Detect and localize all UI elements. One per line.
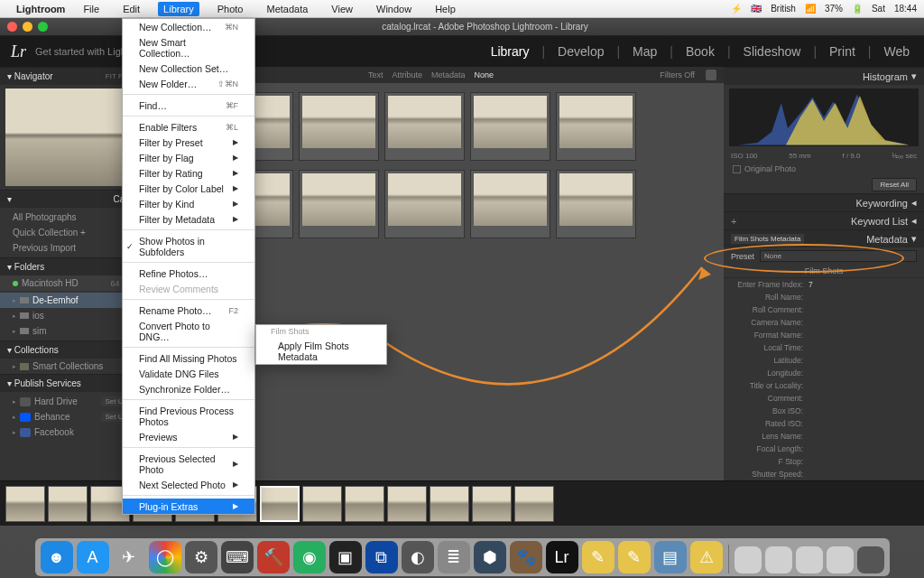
dock-app-icon[interactable]: ▤: [654, 541, 687, 573]
menu-item[interactable]: Previous Selected Photo▶: [123, 451, 254, 477]
thumbnail-cell[interactable]: [384, 170, 465, 238]
menu-item[interactable]: Convert Photo to DNG…: [123, 318, 254, 344]
menu-item[interactable]: Filter by Color Label▶: [123, 181, 254, 196]
thumbnail-cell[interactable]: [470, 170, 550, 238]
filmstrip-thumb[interactable]: [345, 486, 384, 522]
thumbnail-cell[interactable]: [384, 92, 465, 161]
dock-app-icon[interactable]: ⧉: [365, 541, 398, 573]
dock-app-icon[interactable]: ✎: [582, 541, 614, 573]
menu-item[interactable]: Previews▶: [123, 429, 254, 444]
filter-tab-text[interactable]: Text: [368, 70, 383, 79]
metadata-field[interactable]: Box ISO:: [724, 405, 924, 417]
filter-tab-attribute[interactable]: Attribute: [393, 70, 423, 79]
dock-app-icon[interactable]: ≣: [438, 541, 470, 573]
thumbnail-cell[interactable]: [556, 170, 636, 238]
dock-minimized-window[interactable]: [735, 546, 762, 573]
menu-item[interactable]: Next Selected Photo▶: [123, 477, 254, 492]
menu-item[interactable]: Filter by Preset▶: [123, 135, 254, 150]
filmstrip-thumb[interactable]: [48, 486, 88, 522]
menu-item[interactable]: Filter by Flag▶: [123, 150, 254, 165]
thumbnail-cell[interactable]: [299, 170, 379, 238]
menu-item[interactable]: Rename Photo…F2: [123, 303, 254, 318]
filmstrip-thumb[interactable]: [5, 486, 45, 522]
metadata-field[interactable]: Shutter Speed:: [724, 468, 924, 480]
histogram-display[interactable]: [729, 89, 919, 146]
filter-tab-none[interactable]: None: [475, 70, 494, 79]
filmstrip-thumb[interactable]: [514, 486, 554, 522]
dock-app-icon[interactable]: ⌨: [221, 541, 254, 573]
dock-minimized-window[interactable]: [765, 546, 792, 573]
module-tab-print[interactable]: Print: [826, 44, 859, 59]
minimize-window-button[interactable]: [23, 22, 32, 32]
menu-item[interactable]: Filter by Metadata▶: [123, 211, 254, 227]
library-menu-dropdown[interactable]: New Collection…⌘NNew Smart Collection…Ne…: [122, 18, 255, 515]
metadata-field[interactable]: Roll Comment:: [724, 303, 924, 316]
dock-app-icon[interactable]: ◯: [149, 541, 181, 573]
metadata-field[interactable]: F Stop:: [724, 455, 924, 468]
metadata-field[interactable]: Focal Length:: [724, 443, 924, 455]
module-tab-book[interactable]: Book: [682, 44, 718, 59]
dock-app-icon[interactable]: ⚠: [690, 541, 723, 573]
dock-app-icon[interactable]: Lr: [546, 541, 578, 573]
filmstrip-thumb[interactable]: [260, 486, 300, 522]
dock-app-icon[interactable]: ◐: [402, 541, 434, 573]
metadata-field[interactable]: Rated ISO:: [724, 417, 924, 430]
reset-all-button[interactable]: Reset All: [872, 178, 917, 191]
dock-minimized-window[interactable]: [796, 546, 823, 573]
dock-app-icon[interactable]: ▣: [329, 541, 362, 573]
module-tab-map[interactable]: Map: [629, 44, 661, 59]
metadata-field[interactable]: Camera Name:: [724, 316, 924, 329]
menu-edit[interactable]: Edit: [117, 2, 145, 16]
menu-item[interactable]: ✓Show Photos in Subfolders: [123, 233, 254, 259]
filter-lock-icon[interactable]: [706, 70, 716, 80]
dock-app-icon[interactable]: ☻: [41, 541, 73, 573]
thumbnail-cell[interactable]: [556, 92, 636, 161]
dock-minimized-window[interactable]: [857, 546, 884, 573]
module-tab-slideshow[interactable]: Slideshow: [740, 44, 805, 59]
filmstrip-thumb[interactable]: [387, 486, 427, 522]
keywording-panel-header[interactable]: Keywording ◂: [724, 193, 924, 211]
dock-app-icon[interactable]: A: [77, 541, 109, 573]
apply-film-shots-metadata-item[interactable]: Apply Film Shots Metadata: [256, 338, 386, 364]
dock-minimized-window[interactable]: [827, 546, 854, 573]
menu-help[interactable]: Help: [430, 2, 461, 16]
metadata-preset-select[interactable]: None: [760, 250, 917, 262]
metadata-field[interactable]: Roll Name:: [724, 291, 924, 303]
menu-item[interactable]: Find Previous Process Photos: [123, 403, 254, 429]
metadata-field[interactable]: Local Time:: [724, 341, 924, 354]
menu-item[interactable]: Validate DNG Files: [123, 366, 254, 381]
module-tab-develop[interactable]: Develop: [554, 44, 607, 59]
filmstrip-thumb[interactable]: [472, 486, 512, 522]
module-tab-library[interactable]: Library: [487, 44, 533, 59]
histogram-panel-header[interactable]: Histogram ▾: [724, 67, 924, 85]
menu-file[interactable]: File: [78, 2, 105, 16]
metadata-field[interactable]: Enter Frame Index:7: [724, 278, 924, 291]
dock-app-icon[interactable]: ✈: [113, 541, 145, 573]
dock-app-icon[interactable]: ⬢: [474, 541, 506, 573]
menu-item[interactable]: Refine Photos…: [123, 266, 254, 281]
metadata-field[interactable]: Title or Locality:: [724, 379, 924, 392]
menu-item[interactable]: Synchronize Folder…: [123, 381, 254, 396]
menu-library[interactable]: Library: [158, 2, 199, 16]
zoom-window-button[interactable]: [38, 22, 48, 32]
filmstrip-thumb[interactable]: [430, 486, 469, 522]
metadata-field[interactable]: Longitude:: [724, 367, 924, 379]
keyword-list-panel-header[interactable]: +Keyword List ◂: [724, 211, 924, 229]
metadata-field[interactable]: Latitude:: [724, 354, 924, 367]
metadata-set-dropdown[interactable]: Film Shots Metadata: [731, 234, 804, 244]
menu-item[interactable]: New Collection…⌘N: [123, 19, 254, 34]
menu-metadata[interactable]: Metadata: [261, 2, 313, 16]
thumbnail-cell[interactable]: [470, 92, 550, 161]
menu-item[interactable]: Filter by Rating▶: [123, 165, 254, 181]
filmstrip-thumb[interactable]: [302, 486, 342, 522]
menu-item[interactable]: Enable Filters⌘L: [123, 119, 254, 135]
menu-item[interactable]: Plug-in Extras▶: [123, 499, 254, 514]
menu-item[interactable]: New Smart Collection…: [123, 34, 254, 61]
module-tab-web[interactable]: Web: [880, 44, 913, 59]
menu-item[interactable]: Filter by Kind▶: [123, 196, 254, 211]
dock-app-icon[interactable]: ✎: [618, 541, 651, 573]
original-photo-checkbox[interactable]: Original Photo: [724, 162, 924, 176]
menu-item[interactable]: Find All Missing Photos: [123, 350, 254, 366]
metadata-field[interactable]: Format Name:: [724, 329, 924, 341]
close-window-button[interactable]: [7, 22, 17, 32]
